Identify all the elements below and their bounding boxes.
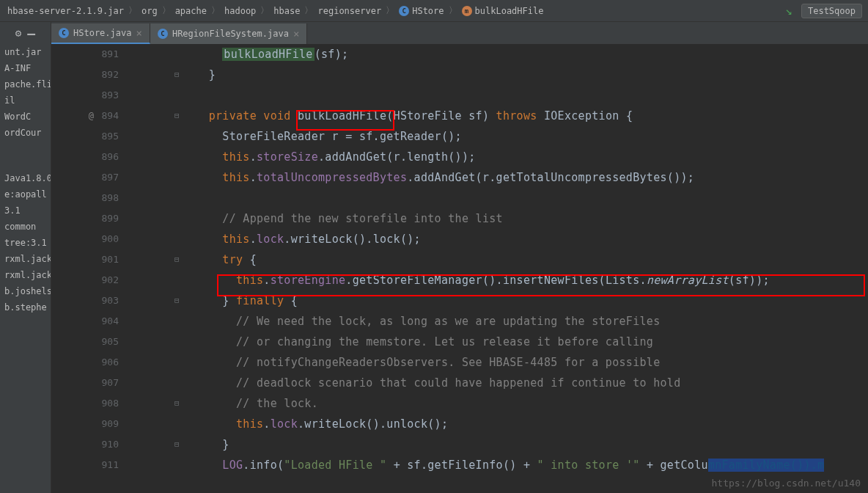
fold-marker-icon[interactable]: ⊟ [174, 249, 180, 270]
breadcrumb-apache[interactable]: apache [174, 6, 208, 16]
sidebar-item[interactable] [0, 164, 51, 170]
code-line[interactable]: 894@⊟ private void bulkLoadHFile(HStoreF… [51, 106, 868, 126]
editor-tab[interactable]: CHRegionFileSystem.java× [150, 23, 307, 44]
sidebar-item[interactable]: e:aopall [0, 186, 51, 202]
code-text[interactable]: } [132, 65, 216, 85]
code-text[interactable] [132, 85, 195, 106]
code-text[interactable]: // deadlock scenario that could have hap… [132, 373, 681, 393]
line-number: 906 [51, 352, 132, 373]
code-text[interactable]: try { [132, 249, 257, 270]
code-text[interactable]: // We need the lock, as long as we are u… [132, 311, 661, 332]
code-line[interactable]: 905 // or changing the memstore. Let us … [51, 332, 868, 352]
code-line[interactable]: 909 this.lock.writeLock().unlock(); [51, 414, 868, 434]
fold-marker-icon[interactable]: ⊟ [174, 106, 180, 126]
code-text[interactable]: } [132, 434, 229, 455]
breadcrumb-class[interactable]: C HStore [397, 6, 445, 16]
code-text[interactable]: // the lock. [132, 393, 318, 414]
sidebar-item[interactable]: common [0, 219, 51, 235]
line-number: 903 [51, 291, 132, 311]
code-line[interactable]: 899 // Append the new storefile into the… [51, 208, 868, 229]
code-line[interactable]: 901⊟ try { [51, 249, 868, 270]
code-line[interactable]: 906 // notifyChangeReadersObservers. See… [51, 352, 868, 373]
sidebar-item[interactable]: ordCour [0, 125, 51, 141]
line-number: 905 [51, 332, 132, 352]
line-number: 904 [51, 311, 132, 332]
code-text[interactable]: LOG.info("Loaded HFile " + sf.getFileInf… [132, 455, 824, 475]
run-config-selector[interactable]: TestSqoop [801, 4, 862, 18]
sidebar-item[interactable]: rxml.jack [0, 251, 51, 267]
fold-marker-icon[interactable]: ⊟ [174, 393, 180, 414]
sidebar-item[interactable]: b.joshels [0, 283, 51, 299]
fold-marker-icon[interactable]: ⊟ [174, 434, 180, 455]
tab-label: HStore.java [73, 28, 131, 38]
close-icon[interactable]: × [136, 27, 141, 39]
code-line[interactable]: 910⊟ } [51, 434, 868, 455]
code-line[interactable]: 891 bulkLoadHFile(sf); [51, 44, 868, 65]
code-text[interactable]: bulkLoadHFile(sf); [132, 44, 348, 65]
collapse-icon[interactable]: — [27, 26, 35, 41]
editor-tab[interactable]: CHStore.java× [51, 23, 150, 44]
code-text[interactable]: // Append the new storefile into the lis… [132, 208, 503, 229]
sidebar-item[interactable]: rxml.jack [0, 267, 51, 283]
code-line[interactable]: 911 LOG.info("Loaded HFile " + sf.getFil… [51, 455, 868, 475]
sidebar-item[interactable]: 3.1 [0, 202, 51, 219]
breadcrumb-bar: hbase-server-2.1.9.jar 〉 org 〉 apache 〉 … [0, 0, 868, 22]
sidebar-item[interactable]: WordC [0, 109, 51, 125]
line-number: 908 [51, 393, 132, 414]
breadcrumb-method[interactable]: m bulkLoadHFile [460, 6, 545, 16]
sidebar-item[interactable] [0, 147, 51, 153]
fold-marker-icon[interactable]: ⊟ [174, 291, 180, 311]
code-text[interactable]: // or changing the memstore. Let us rele… [132, 332, 653, 352]
breadcrumb-regionserver[interactable]: regionserver [316, 6, 383, 16]
code-text[interactable]: StoreFileReader r = sf.getReader(); [132, 126, 462, 147]
sidebar-item[interactable] [0, 158, 51, 164]
close-icon[interactable]: × [293, 28, 299, 40]
sidebar-item[interactable]: b.stephe [0, 299, 51, 315]
line-number: 897 [51, 167, 132, 188]
sidebar-item[interactable]: tree:3.1 [0, 235, 51, 251]
method-icon: m [462, 6, 472, 16]
breadcrumb-hbase[interactable]: hbase [272, 6, 301, 16]
code-text[interactable]: this.storeEngine.getStoreFileManager().i… [132, 270, 770, 291]
code-line[interactable]: 900 this.lock.writeLock().lock(); [51, 229, 868, 249]
code-text[interactable] [132, 188, 195, 208]
code-line[interactable]: 895 StoreFileReader r = sf.getReader(); [51, 126, 868, 147]
breadcrumb-org[interactable]: org [140, 6, 159, 16]
chevron-right-icon: 〉 [128, 4, 137, 17]
sidebar-item[interactable]: pache.fli [0, 76, 51, 92]
sidebar-item[interactable] [0, 153, 51, 158]
code-line[interactable]: 907 // deadlock scenario that could have… [51, 373, 868, 393]
sidebar-item[interactable]: unt.jar [0, 44, 51, 60]
gear-icon[interactable]: ⚙ [15, 27, 21, 39]
chevron-right-icon: 〉 [260, 4, 269, 17]
sidebar-item[interactable]: il [0, 92, 51, 109]
code-line[interactable]: 898 [51, 188, 868, 208]
code-line[interactable]: 903⊟ } finally { [51, 291, 868, 311]
code-text[interactable]: this.lock.writeLock().unlock(); [132, 414, 448, 434]
breadcrumb-jar[interactable]: hbase-server-2.1.9.jar [6, 6, 125, 16]
code-line[interactable]: 897 this.totalUncompressedBytes.addAndGe… [51, 167, 868, 188]
code-text[interactable]: this.storeSize.addAndGet(r.length()); [132, 147, 476, 167]
sidebar-item[interactable]: Java1.8.0 [0, 170, 51, 186]
code-text[interactable]: private void bulkLoadHFile(HStoreFile sf… [132, 106, 633, 126]
chevron-right-icon: 〉 [386, 4, 394, 17]
code-line[interactable]: 904 // We need the lock, as long as we a… [51, 311, 868, 332]
line-number: 894@ [51, 106, 132, 126]
code-text[interactable]: } finally { [132, 291, 298, 311]
sidebar-item[interactable]: A-INF [0, 60, 51, 76]
code-line[interactable]: 902 this.storeEngine.getStoreFileManager… [51, 270, 868, 291]
fold-marker-icon[interactable]: ⊟ [174, 65, 180, 85]
code-line[interactable]: 892⊟ } [51, 65, 868, 85]
code-line[interactable]: 908⊟ // the lock. [51, 393, 868, 414]
breadcrumb-hadoop[interactable]: hadoop [223, 6, 257, 16]
code-text[interactable]: // notifyChangeReadersObservers. See HBA… [132, 352, 661, 373]
build-icon[interactable]: ↘ [785, 4, 792, 18]
sidebar-item[interactable] [0, 141, 51, 147]
code-text[interactable]: this.totalUncompressedBytes.addAndGet(r.… [132, 167, 694, 188]
code-line[interactable]: 893 [51, 85, 868, 106]
code-text[interactable]: this.lock.writeLock().lock(); [132, 229, 421, 249]
code-line[interactable]: 896 this.storeSize.addAndGet(r.length())… [51, 147, 868, 167]
line-number: 907 [51, 373, 132, 393]
code-editor[interactable]: 891 bulkLoadHFile(sf);892⊟ }893894@⊟ pri… [51, 44, 868, 493]
project-sidebar[interactable]: ⚙ — unt.jarA-INFpache.fliilWordCordCourJ… [0, 22, 51, 493]
